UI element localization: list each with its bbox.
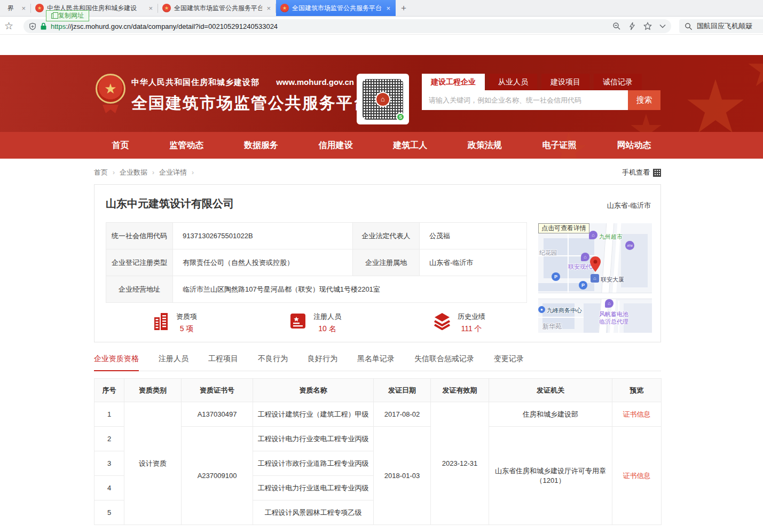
qr-code-icon xyxy=(653,169,661,177)
company-region: 山东省-临沂市 xyxy=(607,201,651,210)
national-emblem-logo: ★ xyxy=(96,74,125,104)
search-tab-project[interactable]: 建设项目 xyxy=(541,74,589,90)
map-road xyxy=(538,317,584,318)
location-map[interactable]: 点击可查看详情 ⌂ 九州超市 ATM 纪花园 ⌂ 联安现代城 ⌂ 联安大厦 P … xyxy=(538,223,652,333)
cell-cert-no: A137030497 xyxy=(182,402,253,427)
breadcrumb-separator: › xyxy=(152,169,154,176)
tab-favicon-emblem-icon: ★ xyxy=(162,4,171,12)
parking-icon: P xyxy=(552,272,560,281)
copy-url-tooltip: 复制网址 xyxy=(46,10,89,21)
decorative-star xyxy=(686,79,745,132)
search-tab-personnel[interactable]: 从业人员 xyxy=(489,74,537,90)
company-info-table: 统一社会信用代码 91371302675501022B 企业法定代表人 公茂福 … xyxy=(106,222,527,303)
supermarket-poi-icon: ⌂ xyxy=(589,231,597,239)
map-label-lianan-tower: 联安大厦 xyxy=(601,276,624,284)
url-text: https://jzsc.mohurd.gov.cn/data/company/… xyxy=(51,22,607,30)
map-label-supermarket: 九州超市 xyxy=(599,233,623,241)
flash-save-icon[interactable] xyxy=(628,22,636,30)
tab-close-icon[interactable]: × xyxy=(265,4,272,12)
tab-good-behavior[interactable]: 良好行为 xyxy=(308,354,337,371)
tab-blacklist[interactable]: 黑名单记录 xyxy=(357,354,395,371)
browser-tab-jzsc-active[interactable]: ★ 全国建筑市场监管公共服务平台 × xyxy=(276,0,396,16)
keyword-search-input[interactable] xyxy=(422,90,628,110)
tab-registered-personnel[interactable]: 注册人员 xyxy=(159,354,188,371)
search-tab-credit[interactable]: 诚信记录 xyxy=(594,74,642,90)
tab-close-icon[interactable]: × xyxy=(20,4,27,12)
bookmark-star-icon[interactable]: ☆ xyxy=(4,20,13,32)
browser-tab-strip: 界 × ★ 中华人民共和国住房和城乡建设 × ★ 全国建筑市场监管公共服务平台 … xyxy=(0,0,763,17)
lianan-city-poi-icon: ⌂ xyxy=(581,253,589,261)
map-label-garden: 纪花园 xyxy=(539,249,557,257)
col-header-name: 资质名称 xyxy=(253,379,374,402)
browser-tab-jzsc-1[interactable]: ★ 全国建筑市场监管公共服务平台 × xyxy=(158,0,276,16)
nav-item-site-news[interactable]: 网站动态 xyxy=(617,140,651,151)
company-stats: 资质项 5 项 注册人员 10 名 历史业绩 111 个 xyxy=(106,312,526,337)
nav-item-data-service[interactable]: 数据服务 xyxy=(244,140,278,151)
chevron-down-icon[interactable] xyxy=(659,24,666,28)
shield-icon[interactable] xyxy=(29,22,36,30)
tab-close-icon[interactable]: × xyxy=(147,4,154,12)
map-label-battery-1: 风帆蓄电池 xyxy=(599,310,628,318)
cell-name: 工程设计电力行业送电工程专业丙级 xyxy=(253,476,374,500)
tab-projects[interactable]: 工程项目 xyxy=(208,354,238,371)
table-row: 1 设计资质 A137030497 工程设计建筑行业（建筑工程）甲级 2017-… xyxy=(95,402,662,427)
cell-validity: 2023-12-31 xyxy=(431,402,489,525)
nav-item-home[interactable]: 首页 xyxy=(112,140,129,151)
decorative-star xyxy=(630,114,662,132)
tab-dishonesty[interactable]: 失信联合惩戒记录 xyxy=(414,354,474,371)
nav-item-credit[interactable]: 信用建设 xyxy=(319,140,353,151)
mobile-view-label: 手机查看 xyxy=(622,168,650,177)
legal-rep-label: 企业法定代表人 xyxy=(353,223,420,249)
address-label: 企业经营地址 xyxy=(106,276,173,303)
tab-bad-behavior[interactable]: 不良行为 xyxy=(258,354,288,371)
header-search-area: 建设工程企业 从业人员 建设项目 诚信记录 搜索 xyxy=(422,74,660,110)
cell-authority: 山东省住房和城乡建设厅许可专用章（1201） xyxy=(489,427,612,525)
table-row: 企业登记注册类型 有限责任公司（自然人投资或控股） 企业注册属地 山东省-临沂市 xyxy=(106,249,527,276)
map-road xyxy=(538,293,652,299)
favorite-star-icon[interactable] xyxy=(643,22,652,30)
tab-title: 全国建筑市场监管公共服务平台 xyxy=(292,4,382,13)
company-detail-card: 山东中元建筑设计有限公司 山东省-临沂市 统一社会信用代码 9137130267… xyxy=(94,184,661,342)
certificate-info-link[interactable]: 证书信息 xyxy=(623,410,651,418)
stat-qualifications: 资质项 5 项 xyxy=(153,312,197,334)
qr-pattern: ⌂ S xyxy=(363,79,403,120)
search-category-tabs: 建设工程企业 从业人员 建设项目 诚信记录 xyxy=(422,74,660,90)
cell-name: 工程设计市政行业道路工程专业丙级 xyxy=(253,451,374,476)
col-header-category: 资质类别 xyxy=(124,379,182,402)
map-label-battery-2: 临沂总代理 xyxy=(599,318,628,326)
building-icon xyxy=(153,312,170,331)
tab-close-icon[interactable]: × xyxy=(385,4,391,12)
certificate-info-link[interactable]: 证书信息 xyxy=(623,472,651,480)
col-header-preview: 预览 xyxy=(612,379,662,402)
tab-qualifications[interactable]: 企业资质资格 xyxy=(94,354,139,371)
address-bar[interactable]: https://jzsc.mohurd.gov.cn/data/company/… xyxy=(23,19,671,33)
map-tooltip: 点击可查看详情 xyxy=(538,223,589,233)
tab-change-records[interactable]: 变更记录 xyxy=(494,354,524,371)
nav-item-workers[interactable]: 建筑工人 xyxy=(393,140,427,151)
credit-code-label: 统一社会信用代码 xyxy=(106,223,173,249)
browser-window: 界 × ★ 中华人民共和国住房和城乡建设 × ★ 全国建筑市场监管公共服务平台 … xyxy=(0,0,763,532)
search-tab-enterprise[interactable]: 建设工程企业 xyxy=(422,74,485,90)
zoom-out-icon[interactable] xyxy=(612,22,621,30)
ministry-name: 中华人民共和国住房和城乡建设部 xyxy=(131,77,259,87)
mobile-view-link[interactable]: 手机查看 xyxy=(622,168,661,177)
browser-tab-partial[interactable]: 界 × xyxy=(0,0,31,16)
new-tab-button[interactable]: ＋ xyxy=(396,0,412,16)
col-header-no: 序号 xyxy=(95,379,124,402)
nav-item-ecert[interactable]: 电子证照 xyxy=(542,140,577,151)
cell-issue-date: 2018-01-03 xyxy=(374,427,431,525)
breadcrumb-company-data[interactable]: 企业数据 xyxy=(120,168,147,177)
breadcrumb-company-detail[interactable]: 企业详情 xyxy=(159,168,187,177)
detail-tab-bar: 企业资质资格 注册人员 工程项目 不良行为 良好行为 黑名单记录 失信联合惩戒记… xyxy=(94,354,661,371)
breadcrumb-home[interactable]: 首页 xyxy=(94,168,108,177)
browser-quick-search[interactable]: 国航回应飞机颠簸 xyxy=(679,19,763,33)
search-button[interactable]: 搜索 xyxy=(628,90,660,110)
nav-item-supervision[interactable]: 监管动态 xyxy=(169,140,203,151)
map-block xyxy=(621,234,648,287)
company-name: 山东中元建筑设计有限公司 xyxy=(106,197,234,211)
table-row: 统一社会信用代码 91371302675501022B 企业法定代表人 公茂福 xyxy=(106,223,527,249)
tab-favicon-emblem-icon: ★ xyxy=(35,4,44,12)
cell-preview: 证书信息 xyxy=(612,402,662,427)
nav-item-policy[interactable]: 政策法规 xyxy=(468,140,502,151)
cell-no: 4 xyxy=(95,476,124,500)
